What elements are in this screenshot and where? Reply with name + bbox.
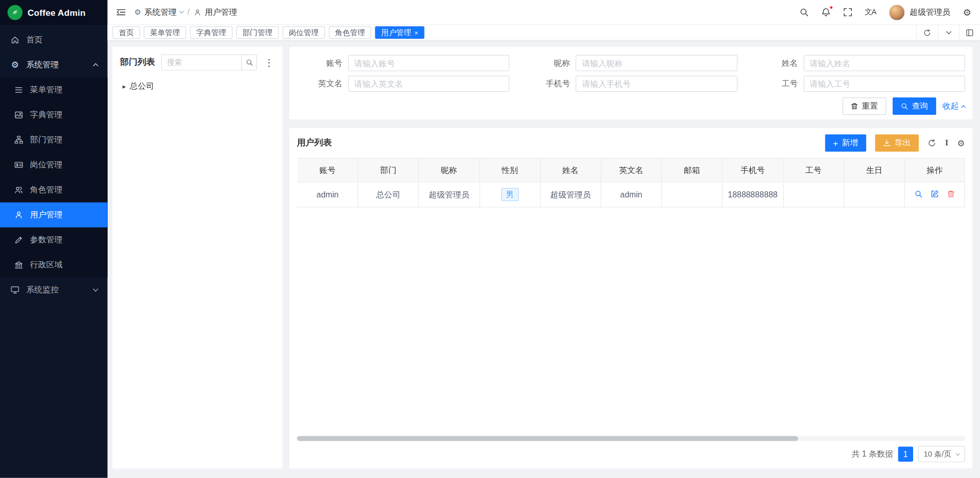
trash-icon [947,190,955,198]
sidebar-item-label: 字典管理 [30,109,63,120]
tab-dropdown-icon[interactable] [938,25,959,40]
gender-tag: 男 [501,188,519,201]
sidebar-item-role-mgmt[interactable]: 角色管理 [0,178,108,203]
view-button[interactable] [914,190,922,198]
download-icon [883,139,891,147]
account-input[interactable] [348,55,509,71]
filter-grid: 账号 昵称 姓名 英文名 [297,55,965,92]
table-settings-gear-icon[interactable]: ⚙ [957,138,965,148]
page-size-value: 10 条/页 [924,449,951,460]
app-title: Coffee Admin [28,8,86,18]
team-icon [14,186,24,194]
column-height-icon[interactable]: I [945,139,948,147]
sidebar-item-region-mgmt[interactable]: 行政区域 [0,253,108,278]
tree-node-root[interactable]: ▸ 总公司 [120,78,275,94]
tab-post-mgmt[interactable]: 岗位管理 [282,26,325,38]
department-tree: ▸ 总公司 [120,78,275,94]
department-panel-header: 部门列表 ⋮ [120,55,275,71]
layout-panel-icon[interactable] [959,25,980,40]
horizontal-scrollbar-thumb[interactable] [297,436,798,441]
field-label: 手机号 [525,78,576,89]
tab-dept-mgmt[interactable]: 部门管理 [236,26,279,38]
sidebar-group-system[interactable]: ⚙ 系统管理 [0,53,108,78]
sidebar-item-menu-mgmt[interactable]: 菜单管理 [0,78,108,103]
breadcrumb: ⚙ 系统管理 / 用户管理 [134,7,237,18]
query-button[interactable]: 查询 [893,97,937,115]
chevron-down-icon [93,286,98,291]
name-input[interactable] [803,55,965,71]
nickname-input[interactable] [576,55,737,71]
collapse-button[interactable]: 收起 [943,100,965,112]
sidebar-item-home[interactable]: 首页 [0,28,108,53]
page-size-select[interactable]: 10 条/页 [918,446,965,462]
field-en-name: 英文名 [297,76,510,92]
user-menu[interactable]: 超级管理员 [889,4,950,20]
sidebar-item-label: 岗位管理 [30,159,63,170]
table-row: admin 总公司 超级管理员 男 超级管理员 admin 1888888888… [297,182,965,207]
user-icon [194,9,202,16]
app-logo[interactable]: Coffee Admin [0,0,108,25]
main-column: 账号 昵称 姓名 英文名 [289,47,972,469]
close-icon[interactable]: × [414,29,419,36]
breadcrumb-item-user[interactable]: 用户管理 [194,7,237,18]
work-no-input[interactable] [803,76,965,92]
tab-label: 角色管理 [335,27,365,38]
translate-icon[interactable]: 文A [865,7,876,17]
refresh-icon[interactable] [927,139,936,147]
more-vertical-icon[interactable]: ⋮ [263,57,275,68]
fullscreen-icon[interactable] [843,8,852,17]
pagination-total: 共 1 条数据 [851,448,893,460]
id-card-icon [14,161,24,169]
sidebar-group-monitor[interactable]: 系统监控 [0,278,108,303]
sidebar-item-dept-mgmt[interactable]: 部门管理 [0,128,108,153]
edit-button[interactable] [930,190,939,198]
field-nickname: 昵称 [525,55,738,71]
tab-user-mgmt[interactable]: 用户管理 × [375,26,425,38]
field-account: 账号 [297,55,510,71]
tree-node-label: 总公司 [130,81,154,92]
refresh-icon[interactable] [916,25,938,40]
en-name-input[interactable] [348,76,509,92]
export-button[interactable]: 导出 [875,134,919,152]
caret-right-icon[interactable]: ▸ [122,82,126,90]
sidebar-item-dict-mgmt[interactable]: 字典管理 [0,103,108,128]
breadcrumb-item-system[interactable]: ⚙ 系统管理 [134,7,183,18]
department-search-input[interactable] [162,58,241,67]
magnifier-icon [914,190,922,198]
user-list-card: 用户列表 + 新增 导出 [289,128,972,468]
sidebar-item-post-mgmt[interactable]: 岗位管理 [0,153,108,178]
tab-role-mgmt[interactable]: 角色管理 [329,26,371,38]
gear-icon: ⚙ [10,60,20,70]
column-header: 英文名 [601,158,662,182]
tab-label: 用户管理 [381,27,411,38]
delete-button[interactable] [947,190,955,198]
cell-email [662,182,722,207]
reset-button[interactable]: 重置 [843,97,887,115]
tab-home[interactable]: 首页 [112,26,140,38]
phone-input[interactable] [576,76,737,92]
settings-gear-icon[interactable]: ⚙ [963,7,971,18]
search-icon[interactable] [799,8,808,17]
search-icon[interactable] [241,55,256,70]
top-header: ⚙ 系统管理 / 用户管理 [108,0,980,25]
sidebar-item-label: 用户管理 [30,209,63,220]
sidebar-item-param-mgmt[interactable]: 参数管理 [0,228,108,253]
notification-bell-icon[interactable] [821,8,830,17]
column-header: 账号 [297,158,358,182]
tab-dict-mgmt[interactable]: 字典管理 [190,26,232,38]
column-header: 生日 [844,158,904,182]
sidebar-item-label: 行政区域 [30,259,63,270]
search-icon [900,103,908,110]
page-number-button[interactable]: 1 [898,447,913,462]
add-button[interactable]: + 新增 [825,134,866,152]
field-work-no: 工号 [752,76,965,92]
tab-menu-mgmt[interactable]: 菜单管理 [144,26,186,38]
menu-fold-icon[interactable] [116,8,126,17]
sidebar-item-label: 首页 [26,34,42,45]
user-table: 账号 部门 昵称 性别 姓名 英文名 邮箱 手机号 工号 生日 操作 [297,158,965,208]
plus-icon: + [833,138,838,148]
sidebar-item-user-mgmt[interactable]: 用户管理 [0,203,108,228]
horizontal-scrollbar[interactable] [297,436,965,441]
sidebar-group-label: 系统管理 [26,59,59,70]
tab-label: 部门管理 [242,27,273,38]
